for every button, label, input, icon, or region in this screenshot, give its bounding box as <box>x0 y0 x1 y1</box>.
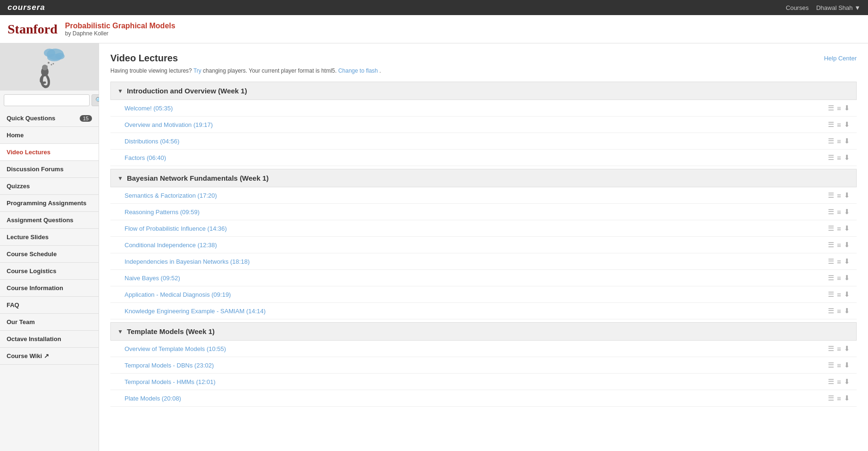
download-icon[interactable]: ⬇ <box>844 290 850 299</box>
transcript-icon[interactable]: ☰ <box>828 191 834 200</box>
section-header-week1-bayesian[interactable]: ▼ Bayesian Network Fundamentals (Week 1) <box>110 169 857 187</box>
lecture-link[interactable]: Knowledge Engineering Example - SAMIAM (… <box>125 308 266 315</box>
sidebar-item-octave-installation[interactable]: Octave Installation <box>0 331 99 348</box>
download-icon[interactable]: ⬇ <box>844 274 850 282</box>
transcript-icon[interactable]: ☰ <box>828 290 834 299</box>
subtitles-icon[interactable]: ≡ <box>837 274 841 282</box>
download-icon[interactable]: ⬇ <box>844 104 850 112</box>
download-icon[interactable]: ⬇ <box>844 307 850 315</box>
download-icon[interactable]: ⬇ <box>844 257 850 266</box>
subtitles-icon[interactable]: ≡ <box>837 154 841 162</box>
subtitles-icon[interactable]: ≡ <box>837 208 841 216</box>
subtitles-icon[interactable]: ≡ <box>837 378 841 386</box>
transcript-icon[interactable]: ☰ <box>828 361 834 369</box>
download-icon[interactable]: ⬇ <box>844 191 850 200</box>
sidebar-item-course-wiki[interactable]: Course Wiki ↗ <box>0 348 99 365</box>
sidebar-item-programming-assignments[interactable]: Programming Assignments <box>0 195 99 212</box>
sidebar-item-assignment-questions[interactable]: Assignment Questions <box>0 212 99 229</box>
try-link[interactable]: Try <box>193 67 201 74</box>
subtitles-icon[interactable]: ≡ <box>837 307 841 315</box>
download-icon[interactable]: ⬇ <box>844 394 850 402</box>
notice-period: . <box>379 67 381 74</box>
sidebar-item-lecture-slides[interactable]: Lecture Slides <box>0 229 99 246</box>
page-title: Video Lectures <box>110 53 178 64</box>
transcript-icon[interactable]: ☰ <box>828 394 834 402</box>
search-input[interactable] <box>4 94 90 106</box>
lecture-link[interactable]: Naive Bayes (09:52) <box>125 275 180 282</box>
transcript-icon[interactable]: ☰ <box>828 377 834 386</box>
transcript-icon[interactable]: ☰ <box>828 153 834 162</box>
lecture-link[interactable]: Conditional Independence (12:38) <box>125 242 217 249</box>
lecture-actions: ☰ ≡ ⬇ <box>828 208 850 216</box>
download-icon[interactable]: ⬇ <box>844 241 850 249</box>
transcript-icon[interactable]: ☰ <box>828 208 834 216</box>
sidebar-item-quizzes[interactable]: Quizzes <box>0 178 99 195</box>
subtitles-icon[interactable]: ≡ <box>837 121 841 129</box>
svg-point-9 <box>42 65 48 70</box>
transcript-icon[interactable]: ☰ <box>828 241 834 249</box>
section-header-week1-template[interactable]: ▼ Template Models (Week 1) <box>110 322 857 341</box>
transcript-icon[interactable]: ☰ <box>828 307 834 315</box>
sidebar-item-course-logistics[interactable]: Course Logistics <box>0 263 99 280</box>
transcript-icon[interactable]: ☰ <box>828 120 834 129</box>
sidebar-item-course-schedule[interactable]: Course Schedule <box>0 246 99 263</box>
subtitles-icon[interactable]: ≡ <box>837 137 841 145</box>
transcript-icon[interactable]: ☰ <box>828 274 834 282</box>
user-menu[interactable]: Dhawal Shah ▼ <box>816 4 860 11</box>
lecture-link[interactable]: Reasoning Patterns (09:59) <box>125 209 200 216</box>
notice-text-1: Having trouble viewing lectures? <box>110 67 193 74</box>
subtitles-icon[interactable]: ≡ <box>837 104 841 112</box>
transcript-icon[interactable]: ☰ <box>828 104 834 112</box>
sidebar-item-home[interactable]: Home <box>0 127 99 144</box>
transcript-icon[interactable]: ☰ <box>828 344 834 353</box>
lecture-link[interactable]: Factors (06:40) <box>125 154 166 161</box>
transcript-icon[interactable]: ☰ <box>828 257 834 266</box>
section-header-week1-intro[interactable]: ▼ Introduction and Overview (Week 1) <box>110 82 857 100</box>
lecture-link[interactable]: Overview and Motivation (19:17) <box>125 121 213 128</box>
lecture-link[interactable]: Semantics & Factorization (17:20) <box>125 192 217 199</box>
download-icon[interactable]: ⬇ <box>844 344 850 353</box>
subtitles-icon[interactable]: ≡ <box>837 192 841 200</box>
lecture-link[interactable]: Independencies in Bayesian Networks (18:… <box>125 258 250 265</box>
sidebar-item-course-information[interactable]: Course Information <box>0 280 99 297</box>
sidebar-item-faq[interactable]: FAQ <box>0 297 99 314</box>
lecture-link[interactable]: Application - Medical Diagnosis (09:19) <box>125 291 231 298</box>
subtitles-icon[interactable]: ≡ <box>837 345 841 353</box>
subtitles-icon[interactable]: ≡ <box>837 291 841 299</box>
download-icon[interactable]: ⬇ <box>844 137 850 145</box>
download-icon[interactable]: ⬇ <box>844 377 850 386</box>
download-icon[interactable]: ⬇ <box>844 224 850 233</box>
lecture-link[interactable]: Flow of Probabilistic Influence (14:36) <box>125 225 227 232</box>
subtitles-icon[interactable]: ≡ <box>837 394 841 402</box>
lecture-link[interactable]: Overview of Template Models (10:55) <box>125 345 226 352</box>
download-icon[interactable]: ⬇ <box>844 208 850 216</box>
transcript-icon[interactable]: ☰ <box>828 137 834 145</box>
sidebar-item-video-lectures[interactable]: Video Lectures <box>0 144 99 161</box>
sidebar-item-discussion-forums[interactable]: Discussion Forums <box>0 161 99 178</box>
lecture-row: Overview and Motivation (19:17) ☰ ≡ ⬇ <box>110 117 857 133</box>
lecture-actions: ☰ ≡ ⬇ <box>828 377 850 386</box>
lecture-link[interactable]: Welcome! (05:35) <box>125 105 173 112</box>
download-icon[interactable]: ⬇ <box>844 361 850 369</box>
lecture-row: Naive Bayes (09:52) ☰ ≡ ⬇ <box>110 270 857 286</box>
change-to-flash-link[interactable]: Change to flash <box>338 67 378 74</box>
lecture-actions: ☰ ≡ ⬇ <box>828 224 850 233</box>
transcript-icon[interactable]: ☰ <box>828 224 834 233</box>
subtitles-icon[interactable]: ≡ <box>837 241 841 249</box>
download-icon[interactable]: ⬇ <box>844 153 850 162</box>
download-icon[interactable]: ⬇ <box>844 120 850 129</box>
lecture-row: Reasoning Patterns (09:59) ☰ ≡ ⬇ <box>110 204 857 220</box>
sidebar-item-quick-questions[interactable]: Quick Questions15 <box>0 110 99 127</box>
lecture-link[interactable]: Temporal Models - DBNs (23:02) <box>125 362 214 369</box>
lecture-link[interactable]: Temporal Models - HMMs (12:01) <box>125 378 216 385</box>
subtitles-icon[interactable]: ≡ <box>837 225 841 233</box>
sidebar-item-our-team[interactable]: Our Team <box>0 314 99 331</box>
help-center-link[interactable]: Help Center <box>824 55 857 62</box>
sidebar-search: 🔍 <box>0 91 99 110</box>
lecture-link[interactable]: Distributions (04:56) <box>125 138 179 145</box>
subtitles-icon[interactable]: ≡ <box>837 258 841 266</box>
main-layout: 🔍 Quick Questions15HomeVideo LecturesDis… <box>0 43 868 451</box>
subtitles-icon[interactable]: ≡ <box>837 361 841 369</box>
lecture-link[interactable]: Plate Models (20:08) <box>125 395 181 402</box>
courses-link[interactable]: Courses <box>786 4 809 11</box>
